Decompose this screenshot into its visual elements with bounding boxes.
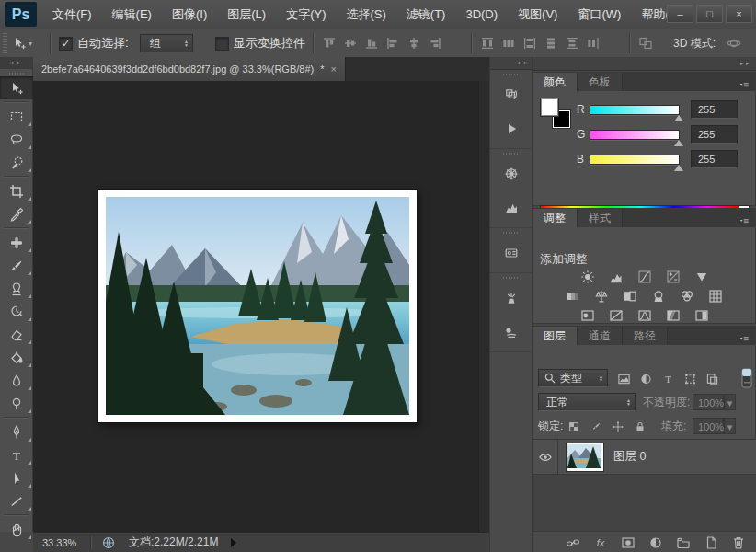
photo-filter-button[interactable] xyxy=(647,287,670,305)
canvas-photo[interactable] xyxy=(98,190,417,422)
tab-通道[interactable]: 通道 xyxy=(578,327,623,345)
link-layers-button[interactable] xyxy=(566,535,580,550)
path-select-tool[interactable] xyxy=(0,466,33,489)
color-balance-button[interactable] xyxy=(590,287,613,305)
hue-saturation-button[interactable] xyxy=(562,287,584,305)
dock-grip[interactable] xyxy=(503,74,520,75)
levels-button[interactable] xyxy=(605,268,627,285)
history-brush-tool[interactable] xyxy=(0,300,33,323)
layer-filter-dropdown[interactable]: 类型 ▲▼ xyxy=(538,369,608,387)
menu-item[interactable]: 图像(I) xyxy=(162,0,217,29)
tab-颜色[interactable]: 颜色 xyxy=(533,73,578,91)
foreground-color-swatch[interactable] xyxy=(540,98,559,117)
menu-item[interactable]: 3D(D) xyxy=(455,0,508,29)
eyedropper-tool[interactable] xyxy=(0,202,33,225)
line-tool[interactable] xyxy=(0,489,33,512)
menu-item[interactable]: 编辑(E) xyxy=(102,0,162,29)
dock-grip[interactable] xyxy=(503,232,520,234)
toolbar-collapse-header[interactable]: ►► xyxy=(0,57,33,70)
tab-色板[interactable]: 色板 xyxy=(578,73,623,91)
layer-visibility-toggle[interactable] xyxy=(533,440,558,474)
type-tool[interactable]: T xyxy=(0,443,33,466)
auto-align-button[interactable] xyxy=(638,36,653,51)
lasso-tool[interactable] xyxy=(0,128,33,151)
dist-vcenter-button[interactable] xyxy=(501,36,516,51)
dock-grip[interactable] xyxy=(503,277,520,279)
new-group-button[interactable] xyxy=(676,535,691,550)
channel-value-field[interactable]: 255 xyxy=(691,125,738,144)
menu-item[interactable]: 视图(V) xyxy=(508,0,567,29)
options-grip[interactable] xyxy=(3,33,7,53)
healing-brush-tool[interactable] xyxy=(0,231,33,254)
brush-tool[interactable] xyxy=(0,254,33,277)
dock-expand-chevron[interactable]: ◄◄ xyxy=(490,57,532,70)
selective-color-button[interactable] xyxy=(691,306,713,324)
status-popup-arrow-icon[interactable] xyxy=(231,538,236,547)
dodge-tool[interactable] xyxy=(0,392,33,415)
dist-hcenter-button[interactable] xyxy=(565,36,579,51)
tool-presets-panel-button[interactable] xyxy=(490,315,532,349)
quick-select-tool[interactable] xyxy=(0,151,33,174)
document-tab[interactable]: 2befe7a64640639f3dd2df6bd0bd82f7.jpg @ 3… xyxy=(33,57,346,81)
move-tool[interactable] xyxy=(0,76,33,99)
toolbar-grip[interactable] xyxy=(9,73,24,75)
menu-item[interactable]: 滤镜(T) xyxy=(396,0,456,29)
panel-collapse-chevron[interactable]: ►► xyxy=(533,57,756,71)
channel-value-field[interactable]: 255 xyxy=(691,150,738,168)
posterize-button[interactable] xyxy=(605,306,627,324)
info-panel-button[interactable] xyxy=(490,236,532,270)
auto-select-dropdown[interactable]: 组 ▲▼ xyxy=(140,34,193,52)
opacity-dropdown-arrow[interactable]: ▾ xyxy=(724,394,736,410)
close-button[interactable]: × xyxy=(726,5,752,23)
channel-value-field[interactable]: 255 xyxy=(691,100,738,119)
align-bottom-button[interactable] xyxy=(364,36,379,51)
slider-thumb-icon[interactable] xyxy=(674,165,683,171)
channel-mixer-button[interactable] xyxy=(676,287,698,305)
canvas-scrollbar[interactable] xyxy=(478,81,489,532)
exposure-button[interactable] xyxy=(662,268,684,285)
new-layer-button[interactable] xyxy=(704,535,718,550)
kind-pixel-filter-button[interactable] xyxy=(617,372,631,386)
dist-top-button[interactable] xyxy=(480,36,495,51)
vibrance-button[interactable] xyxy=(691,268,713,285)
kind-adjust-filter-button[interactable] xyxy=(639,372,653,386)
blur-tool[interactable] xyxy=(0,369,33,392)
hand-tool[interactable] xyxy=(0,518,33,541)
black-white-button[interactable] xyxy=(619,287,641,305)
layer-name[interactable]: 图层 0 xyxy=(613,449,646,465)
channel-slider[interactable] xyxy=(590,105,680,115)
show-transform-checkbox[interactable] xyxy=(215,37,229,51)
dist-right-button[interactable] xyxy=(586,36,601,51)
tab-图层[interactable]: 图层 xyxy=(533,327,578,345)
slider-thumb-icon[interactable] xyxy=(674,140,683,146)
align-left-button[interactable] xyxy=(385,36,400,51)
marquee-tool[interactable] xyxy=(0,105,33,128)
curves-button[interactable] xyxy=(634,268,656,285)
navigator-panel-button[interactable] xyxy=(490,156,532,190)
invert-button[interactable] xyxy=(577,306,599,324)
slider-thumb-icon[interactable] xyxy=(674,115,683,121)
histogram-panel-button[interactable] xyxy=(490,190,532,224)
zoom-level-field[interactable]: 33.33% xyxy=(42,537,90,548)
align-vcenter-button[interactable] xyxy=(343,36,358,51)
dock-grip[interactable] xyxy=(503,153,520,155)
layer-thumbnail[interactable] xyxy=(567,443,603,471)
canvas-area[interactable] xyxy=(33,81,478,532)
channel-slider[interactable] xyxy=(590,130,680,140)
tab-调整[interactable]: 调整 xyxy=(533,209,578,227)
menu-item[interactable]: 选择(S) xyxy=(336,0,395,29)
layer-row[interactable]: 图层 0 xyxy=(533,440,756,475)
gradient-map-button[interactable] xyxy=(662,306,684,324)
adobe-drive-icon[interactable] xyxy=(101,535,116,550)
new-adjustment-button[interactable] xyxy=(648,535,663,550)
filter-toggle-switch[interactable] xyxy=(741,368,752,388)
lock-pixels-button[interactable] xyxy=(590,420,602,434)
history-panel-button[interactable] xyxy=(490,77,532,111)
tool-preset-picker[interactable]: ▾ xyxy=(12,33,45,53)
lock-transparent-button[interactable] xyxy=(567,420,580,434)
color-lookup-button[interactable] xyxy=(704,287,727,305)
kind-smart-filter-button[interactable] xyxy=(705,372,719,386)
tab-样式[interactable]: 样式 xyxy=(578,209,623,227)
eraser-tool[interactable] xyxy=(0,323,33,346)
add-mask-button[interactable] xyxy=(621,535,636,550)
